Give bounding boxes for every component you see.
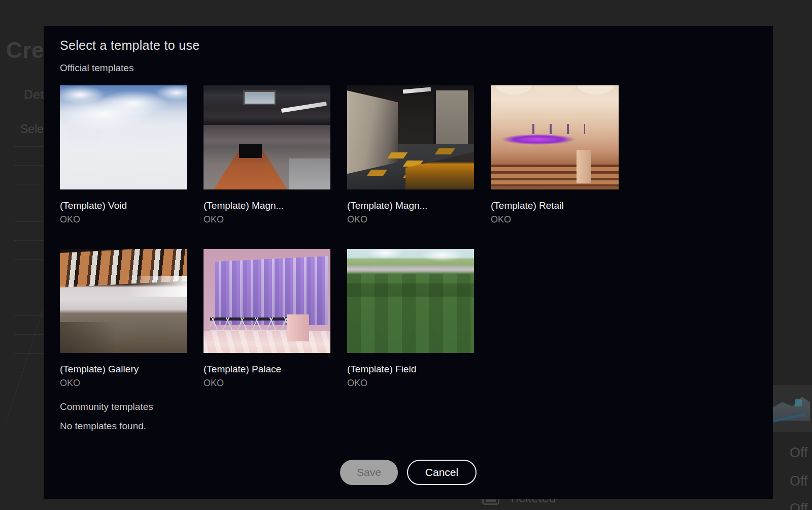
- floor-right-shape: [289, 158, 331, 190]
- template-author: OKO: [60, 214, 187, 225]
- official-templates-label: Official templates: [60, 62, 133, 74]
- toggle-label-off-1: Off: [790, 445, 808, 461]
- template-thumbnail-void: [60, 85, 187, 189]
- template-thumbnail-led-wall-room: [204, 249, 330, 353]
- led-strip-wall-shape: [215, 256, 328, 325]
- steps-shape: [491, 165, 619, 186]
- template-grid: (Template) Void OKO (Template) Magn... O…: [60, 85, 760, 412]
- template-card-magn-2[interactable]: (Template) Magn... OKO: [347, 85, 474, 225]
- template-author: OKO: [60, 378, 187, 389]
- template-thumbnail-grass-field: [347, 249, 474, 353]
- template-thumbnail-retail-atrium: [491, 85, 619, 189]
- save-button[interactable]: Save: [340, 460, 398, 485]
- tab-details: Det: [24, 87, 44, 102]
- template-name: (Template) Magn...: [204, 200, 330, 211]
- template-card-magn-1[interactable]: (Template) Magn... OKO: [204, 85, 330, 225]
- template-name: (Template) Field: [347, 364, 474, 375]
- puzzle-piece-icon: [795, 399, 802, 406]
- pink-floor-shape: [204, 331, 330, 353]
- purple-glow-shape: [501, 134, 575, 145]
- community-empty-text: No templates found.: [60, 421, 146, 432]
- ceiling-light-shape: [281, 102, 326, 113]
- screen-shape: [239, 144, 262, 158]
- floor-shadow-shape: [60, 322, 117, 354]
- grass-shade-band-shape: [347, 283, 474, 297]
- template-thumbnail-industrial-loft: [204, 85, 330, 189]
- page-title: Cre: [6, 38, 44, 63]
- template-name: (Template) Magn...: [347, 200, 474, 211]
- railing-shape: [210, 317, 289, 331]
- ceiling-light-shape: [403, 87, 431, 94]
- community-templates-label: Community templates: [60, 401, 153, 412]
- dialog-footer: Save Cancel: [44, 460, 773, 485]
- template-name: (Template) Gallery: [60, 364, 187, 375]
- skylight-shape: [243, 90, 276, 105]
- template-name: (Template) Retail: [491, 200, 619, 211]
- window-light-shape: [126, 276, 187, 297]
- mannequins-shape: [524, 124, 586, 135]
- template-author: OKO: [491, 214, 619, 225]
- left-wall-shape: [347, 90, 398, 174]
- toggle-label-off-2: Off: [790, 473, 808, 489]
- template-card-gallery[interactable]: (Template) Gallery OKO: [60, 249, 187, 389]
- template-name: (Template) Void: [60, 200, 187, 211]
- toggle-label-off-3: Off: [790, 501, 808, 510]
- cancel-button[interactable]: Cancel: [407, 460, 477, 485]
- pillar-shape: [577, 150, 591, 183]
- template-author: OKO: [204, 378, 330, 389]
- pedestal-shape: [287, 314, 309, 341]
- template-author: OKO: [347, 378, 474, 389]
- template-card-void[interactable]: (Template) Void OKO: [60, 85, 187, 225]
- template-card-palace[interactable]: (Template) Palace OKO: [204, 249, 330, 389]
- template-author: OKO: [347, 214, 474, 225]
- template-card-retail[interactable]: (Template) Retail OKO: [491, 85, 619, 225]
- template-thumbnail-office-corridor: [347, 85, 474, 189]
- dialog-title: Select a template to use: [60, 38, 199, 53]
- template-name: (Template) Palace: [204, 364, 330, 375]
- select-template-dialog: Select a template to use Official templa…: [44, 26, 773, 499]
- template-thumbnail-gallery-hall: [60, 249, 187, 353]
- template-card-field[interactable]: (Template) Field OKO: [347, 249, 474, 389]
- template-author: OKO: [204, 214, 330, 225]
